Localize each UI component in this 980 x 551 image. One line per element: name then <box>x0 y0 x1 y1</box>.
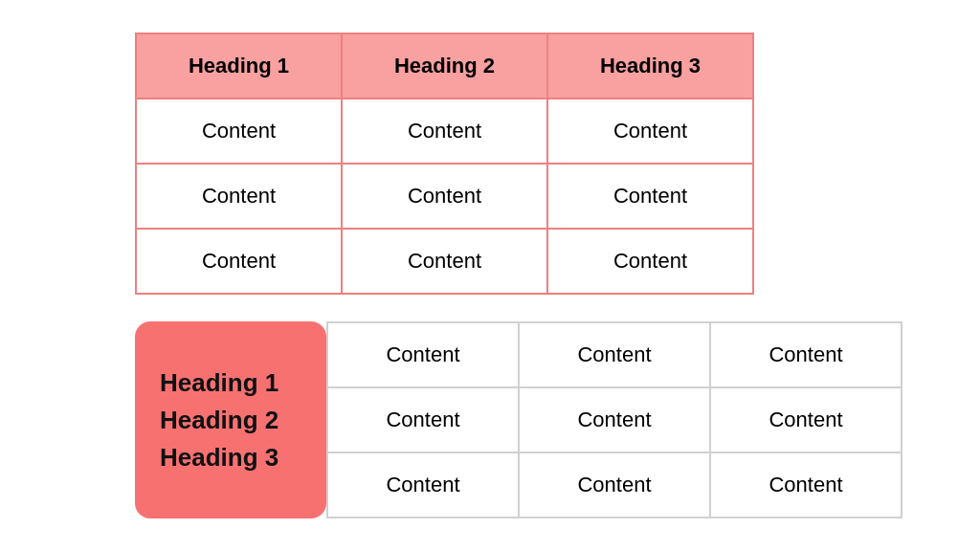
heading-box: Heading 1 Heading 2 Heading 3 <box>135 321 326 518</box>
bottom-heading-1: Heading 1 <box>160 364 301 402</box>
table-row: Content <box>547 229 753 294</box>
bottom-heading-3: Heading 3 <box>160 439 301 476</box>
table-row: Content <box>327 322 519 387</box>
top-table-header-1: Heading 1 <box>136 33 342 99</box>
bottom-section: Heading 1 Heading 2 Heading 3 Content Co… <box>135 321 902 518</box>
table-row: Content <box>136 99 342 164</box>
table-row: Content <box>519 387 710 452</box>
top-table: Heading 1 Heading 2 Heading 3 Content Co… <box>135 33 754 295</box>
table-row: Content <box>327 387 519 452</box>
table-row: Content <box>342 164 547 229</box>
bottom-table: Content Content Content Content Content … <box>326 321 902 518</box>
table-row: Content <box>710 322 902 387</box>
table-row: Content <box>710 387 902 452</box>
bottom-heading-2: Heading 2 <box>160 402 301 439</box>
table-row: Content <box>342 99 547 164</box>
top-table-header-3: Heading 3 <box>547 33 753 99</box>
table-row: Content <box>136 164 342 229</box>
table-row: Content <box>547 99 753 164</box>
table-row: Content <box>327 452 519 518</box>
page-container: Heading 1 Heading 2 Heading 3 Content Co… <box>135 33 902 518</box>
table-row: Content <box>342 229 547 294</box>
top-table-header-2: Heading 2 <box>342 33 547 99</box>
table-row: Content <box>519 322 710 387</box>
table-row: Content <box>547 164 753 229</box>
table-row: Content <box>519 452 710 518</box>
table-row: Content <box>710 452 902 518</box>
table-row: Content <box>136 229 342 294</box>
